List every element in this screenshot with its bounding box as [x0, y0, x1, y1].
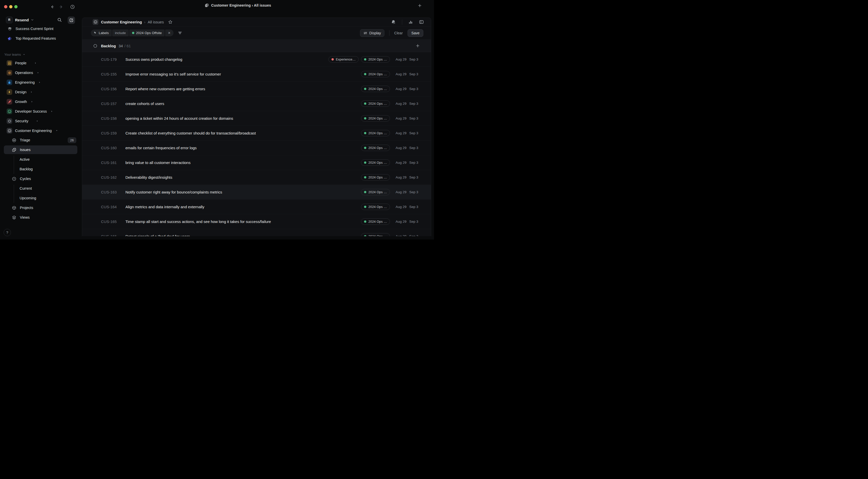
issue-row[interactable]: CUS-161 bring value to all customer inte…: [82, 155, 431, 170]
your-teams-section[interactable]: Your teams: [4, 51, 25, 58]
forward-button[interactable]: [58, 4, 65, 10]
back-button[interactable]: [49, 4, 56, 10]
group-header-backlog[interactable]: Backlog 34 / 61: [82, 40, 431, 52]
main-panel: Customer Engineering › All issues Labels…: [82, 18, 431, 236]
backlog-status-icon: [93, 44, 98, 48]
sidebar-team-developer-success[interactable]: Developer Success: [0, 106, 82, 116]
breadcrumb-view[interactable]: All issues: [148, 20, 164, 24]
filter-operator[interactable]: include: [112, 30, 129, 36]
issue-row[interactable]: CUS-164 Align metrics and data internall…: [82, 199, 431, 214]
issue-row[interactable]: CUS-160 emails for certain frequencies o…: [82, 140, 431, 155]
group-total: / 61: [124, 44, 131, 48]
issue-row[interactable]: CUS-163 Notify customer right away for b…: [82, 185, 431, 199]
issue-row[interactable]: CUS-155 Improve error messaging so it’s …: [82, 67, 431, 82]
issue-created-date: Aug 29: [396, 220, 406, 223]
sidebar-item-projects[interactable]: Projects: [0, 203, 82, 213]
issue-labels: 2024 Ops …: [361, 218, 390, 225]
label-pill[interactable]: 2024 Ops …: [361, 100, 390, 107]
window-close-button[interactable]: [4, 5, 7, 8]
sidebar-item-issues[interactable]: Issues: [0, 145, 82, 155]
filter-remove-button[interactable]: ✕: [165, 30, 174, 36]
sidebar-team-people[interactable]: People: [0, 58, 82, 68]
team-icon: [7, 89, 12, 95]
sidebar-team-design[interactable]: Design: [0, 87, 82, 97]
label-pill[interactable]: 2024 Ops …: [361, 204, 390, 210]
issue-row[interactable]: CUS-157 create cohorts of users 2024 Ops…: [82, 96, 431, 111]
issue-row[interactable]: CUS-179 Success owns product changelog E…: [82, 52, 431, 67]
rocket-icon: [8, 100, 11, 104]
issues-stack-icon: [205, 3, 209, 7]
issue-created-date: Aug 29: [396, 175, 406, 179]
label-pill[interactable]: 2024 Ops …: [361, 130, 390, 136]
label-pill[interactable]: 2024 Ops …: [361, 145, 390, 151]
workspace-switcher[interactable]: R Resend: [0, 15, 82, 24]
issue-labels: 2024 Ops …: [361, 159, 390, 166]
sidebar-team-engineering[interactable]: Engineering: [0, 77, 82, 87]
label-text: 2024 Ops …: [368, 117, 387, 120]
label-color-dot: [364, 88, 366, 90]
help-question-mark: ?: [6, 231, 8, 235]
label-pill[interactable]: 2024 Ops …: [361, 71, 390, 77]
sidebar-team-security[interactable]: Security: [0, 116, 82, 126]
label-text: Experience…: [336, 58, 355, 61]
label-pill[interactable]: 2024 Ops …: [361, 115, 390, 122]
breadcrumb-team[interactable]: Customer Engineering: [101, 20, 142, 24]
clear-button[interactable]: Clear: [394, 31, 403, 35]
label-pill[interactable]: 2024 Ops …: [361, 56, 390, 63]
issue-row[interactable]: CUS-159 Create checklist of everything c…: [82, 126, 431, 140]
divider: [402, 20, 402, 25]
label-pill[interactable]: Experience…: [329, 56, 359, 63]
label-pill[interactable]: 2024 Ops …: [361, 174, 390, 181]
label-pill[interactable]: 2024 Ops …: [361, 218, 390, 225]
window-minimize-button[interactable]: [9, 5, 12, 8]
sidebar-item-backlog[interactable]: Backlog: [0, 164, 82, 174]
sidebar-item-label: Cycles: [20, 177, 31, 181]
label-pill[interactable]: 2024 Ops …: [361, 233, 390, 236]
side-panel-icon[interactable]: [419, 20, 424, 24]
issue-row[interactable]: CUS-166 Detect signals of a “bad day” fo…: [82, 229, 431, 236]
issue-labels: 2024 Ops …: [361, 189, 390, 195]
history-button[interactable]: [69, 4, 76, 10]
filter-value[interactable]: 2024 Ops Offsite: [129, 30, 164, 36]
issue-row[interactable]: CUS-156 Report where new customers are g…: [82, 82, 431, 96]
sidebar-item-upcoming[interactable]: Upcoming: [0, 193, 82, 203]
compose-icon: [69, 18, 73, 22]
chevron-right-icon: [51, 110, 53, 113]
label-pill[interactable]: 2024 Ops …: [361, 159, 390, 166]
issue-id: CUS-164: [101, 205, 119, 209]
issue-row[interactable]: CUS-158 opening a ticket within 24 hours…: [82, 111, 431, 126]
label-pill[interactable]: 2024 Ops …: [361, 189, 390, 195]
notifications-bell-icon[interactable]: [391, 20, 396, 24]
sidebar-item-top-requested-features[interactable]: Top Requested Features: [0, 34, 82, 43]
filter-icon[interactable]: [178, 31, 182, 35]
save-button[interactable]: Save: [407, 29, 423, 37]
issue-labels: 2024 Ops …: [361, 174, 390, 181]
sidebar-item-triage[interactable]: Triage 26: [0, 135, 82, 145]
sidebar-item-cycles[interactable]: Cycles: [0, 174, 82, 184]
issue-row[interactable]: CUS-162 Deliverability digest/insights 2…: [82, 170, 431, 185]
chip-icon: [8, 119, 11, 123]
team-icon: [7, 99, 12, 104]
sidebar-item-active[interactable]: Active: [0, 155, 82, 164]
issue-id: CUS-166: [101, 234, 119, 236]
new-tab-button[interactable]: [418, 4, 422, 9]
sidebar-item-success-current-sprint[interactable]: Success Current Sprint: [0, 24, 82, 34]
filter-field[interactable]: Labels: [91, 30, 112, 36]
sidebar-team-growth[interactable]: Growth: [0, 97, 82, 106]
favorite-star-icon[interactable]: [168, 20, 173, 24]
label-pill[interactable]: 2024 Ops …: [361, 86, 390, 92]
window-zoom-button[interactable]: [14, 5, 18, 8]
new-issue-button[interactable]: [68, 17, 75, 24]
search-icon[interactable]: [57, 18, 62, 22]
insights-chart-icon[interactable]: [408, 20, 413, 24]
sidebar-team-customer-engineering[interactable]: Customer Engineering: [0, 126, 82, 135]
sidebar-team-operations[interactable]: Operations: [0, 68, 82, 77]
issues-icon: [11, 148, 17, 152]
help-button[interactable]: ?: [4, 229, 11, 236]
sidebar-item-views[interactable]: Views: [0, 213, 82, 222]
sidebar-item-current[interactable]: Current: [0, 184, 82, 193]
display-button[interactable]: Display: [360, 29, 384, 37]
team-label: People: [15, 61, 27, 65]
add-issue-button[interactable]: [416, 44, 420, 48]
issue-row[interactable]: CUS-165 Time stamp all start and success…: [82, 214, 431, 229]
